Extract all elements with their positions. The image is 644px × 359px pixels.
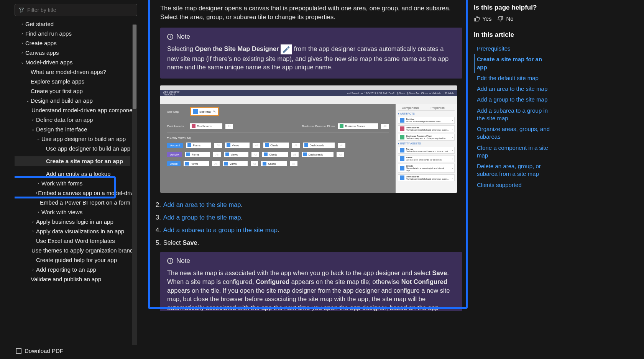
toc-heading: In this article: [474, 31, 550, 39]
chevron-icon: ⌄: [36, 137, 41, 141]
nav-item[interactable]: ⌄Design and build an app: [15, 96, 130, 105]
filter-icon: [19, 7, 24, 13]
toc-item[interactable]: Prerequisites: [474, 43, 550, 54]
nav-item-label: Create your first app: [31, 88, 83, 94]
nav-item-label: Design and build an app: [31, 97, 93, 104]
nav-item[interactable]: [15, 153, 130, 156]
document-icon: [16, 348, 21, 354]
download-pdf-label: Download PDF: [25, 348, 63, 354]
toc-item[interactable]: Clone a component in a site map: [474, 143, 550, 161]
nav-item[interactable]: ›Apply business logic in an app: [15, 217, 130, 226]
toc-list: PrerequisitesCreate a site map for an ap…: [474, 43, 550, 190]
feedback-row: Yes No: [474, 15, 550, 22]
nav-item-label: Find and run apps: [25, 30, 72, 37]
nav-item[interactable]: ›Apply data visualizations in an app: [15, 226, 130, 236]
steps-list: 2.Add an area to the site map. 3.Add a g…: [156, 201, 462, 246]
chevron-icon: ›: [36, 210, 41, 214]
toc-item[interactable]: Add a group to the site map: [474, 94, 550, 105]
nav-item-label: Model-driven apps: [25, 59, 72, 66]
nav-item[interactable]: Use Excel and Word templates: [15, 236, 130, 246]
nav-item-label: Add an entity as a lookup: [46, 170, 110, 177]
link-add-subarea[interactable]: Add a subarea to a group in the site map: [163, 226, 278, 233]
download-pdf[interactable]: Download PDF: [15, 345, 137, 356]
nav-item[interactable]: ⌄Model-driven apps: [15, 57, 130, 67]
toc-item[interactable]: Delete an area, group, or subarea from a…: [474, 161, 550, 180]
nav-item[interactable]: ›Get started: [15, 19, 130, 29]
nav-item[interactable]: Use themes to apply organization brandin…: [15, 246, 130, 255]
toc-item[interactable]: Add an area to the site map: [474, 84, 550, 94]
nav-item-label: Understand model-driven app components: [31, 107, 137, 113]
note-body: Selecting Open the Site Map Designer fro…: [167, 44, 455, 72]
nav-item[interactable]: ›Embed a canvas app on a model-driven fo…: [15, 188, 130, 198]
nav-item-label: Apply data visualizations in an app: [36, 228, 124, 234]
link-add-area[interactable]: Add an area to the site map: [163, 201, 241, 208]
nav-item[interactable]: Validate and publish an app: [15, 274, 130, 284]
nav-item[interactable]: ›Find and run apps: [15, 29, 130, 38]
toc-item[interactable]: Create a site map for an app: [474, 54, 550, 73]
chevron-icon: ›: [31, 118, 35, 122]
nav-item[interactable]: ›Define data for an app: [15, 115, 130, 125]
chevron-icon: ›: [20, 22, 25, 26]
nav-item[interactable]: Use app designer to build an app: [15, 144, 130, 153]
nav-item-label: Apply business logic in an app: [36, 218, 113, 225]
nav-scrollbar[interactable]: [132, 25, 137, 345]
nav-item-label: Explore sample apps: [31, 78, 84, 85]
nav-item-label: Use app designer to build an app: [46, 145, 130, 152]
nav-item-label: Add reporting to an app: [36, 266, 96, 273]
nav-item[interactable]: ›Add reporting to an app: [15, 265, 130, 274]
nav-item[interactable]: ⌄Design the interface: [15, 125, 130, 134]
chevron-icon: ›: [20, 41, 25, 45]
nav-item[interactable]: Create guided help for your app: [15, 255, 130, 265]
nav-item[interactable]: Understand model-driven app components: [15, 105, 130, 115]
nav-item[interactable]: What are model-driven apps?: [15, 67, 130, 77]
nav-item-label: What are model-driven apps?: [31, 69, 106, 75]
nav-item[interactable]: Create a site map for an app: [15, 156, 130, 166]
main-content: The site map designer opens a canvas tha…: [150, 0, 469, 311]
nav-item[interactable]: ›Create apps: [15, 38, 130, 48]
nav-item[interactable]: Add an entity as a lookup: [15, 169, 130, 179]
toc-item[interactable]: Add a subarea to a group in the site map: [474, 105, 550, 124]
nav-item[interactable]: Explore sample apps: [15, 77, 130, 86]
note-box-1: i Note Selecting Open the Site Map Desig…: [160, 28, 462, 79]
nav-item-label: Create apps: [25, 40, 57, 46]
nav-item[interactable]: Embed a Power BI report on a form: [15, 198, 130, 207]
nav-item[interactable]: ›Canvas apps: [15, 48, 130, 57]
chevron-icon: ›: [36, 181, 41, 185]
chevron-icon: ⌄: [31, 127, 35, 131]
nav-item[interactable]: Create your first app: [15, 86, 130, 96]
nav-item-label: Use themes to apply organization brandin…: [31, 247, 137, 254]
chevron-icon: ›: [31, 229, 35, 233]
nav-item-label: Canvas apps: [25, 49, 59, 56]
note-title: Note: [176, 257, 190, 265]
toc-item[interactable]: Clients supported: [474, 180, 550, 190]
nav-item-label: Create guided help for your app: [36, 257, 117, 263]
nav-item[interactable]: ›Work with views: [15, 207, 130, 217]
nav-item-label: Embed a canvas app on a model-driven for…: [38, 190, 137, 196]
toc-item[interactable]: Organize areas, groups, and subareas: [474, 124, 550, 143]
info-icon: i: [167, 34, 173, 40]
nav-item-label: Embed a Power BI report on a form: [40, 199, 130, 206]
thumbs-down-icon: [498, 16, 504, 22]
chevron-icon: ⌄: [25, 98, 30, 103]
thumbs-up-icon: [474, 16, 480, 22]
info-icon: i: [167, 258, 173, 264]
nav-item-label: Work with views: [41, 209, 82, 215]
nav-item-label: Validate and publish an app: [31, 276, 101, 282]
nav-item[interactable]: ⌄Use app designer to build an app: [15, 134, 130, 144]
nav-item-label: Define data for an app: [36, 116, 93, 123]
feedback-yes[interactable]: Yes: [474, 15, 491, 22]
right-pane: Is this page helpful? Yes No In this art…: [474, 4, 550, 190]
chevron-icon: ›: [20, 51, 25, 55]
toc-item[interactable]: Edit the default site map: [474, 73, 550, 84]
scrollbar-thumb[interactable]: [133, 25, 136, 109]
filter-input[interactable]: [27, 7, 133, 13]
filter-box[interactable]: [15, 4, 137, 16]
nav-item[interactable]: ›Work with forms: [15, 179, 130, 188]
nav-item[interactable]: [15, 166, 130, 169]
intro-paragraph: The site map designer opens a canvas tha…: [160, 4, 462, 21]
link-add-group[interactable]: Add a group to the site map: [163, 214, 241, 221]
note-header: i Note: [167, 33, 455, 41]
feedback-no[interactable]: No: [498, 15, 513, 22]
chevron-icon: ›: [31, 267, 35, 272]
helpful-heading: Is this page helpful?: [474, 4, 550, 11]
